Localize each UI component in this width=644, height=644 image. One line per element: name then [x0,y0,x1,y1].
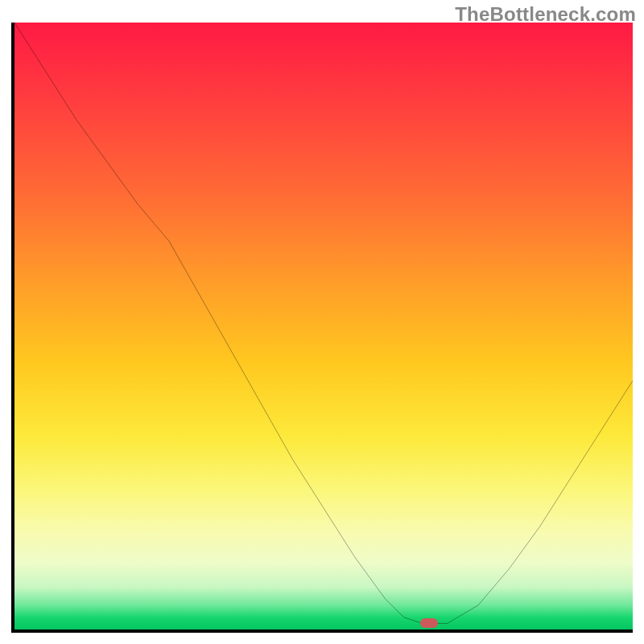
plot-area [11,23,633,633]
bottleneck-curve-path [14,23,633,623]
chart-frame: TheBottleneck.com [0,0,644,644]
curve-svg [14,23,633,630]
optimum-marker [420,618,438,628]
